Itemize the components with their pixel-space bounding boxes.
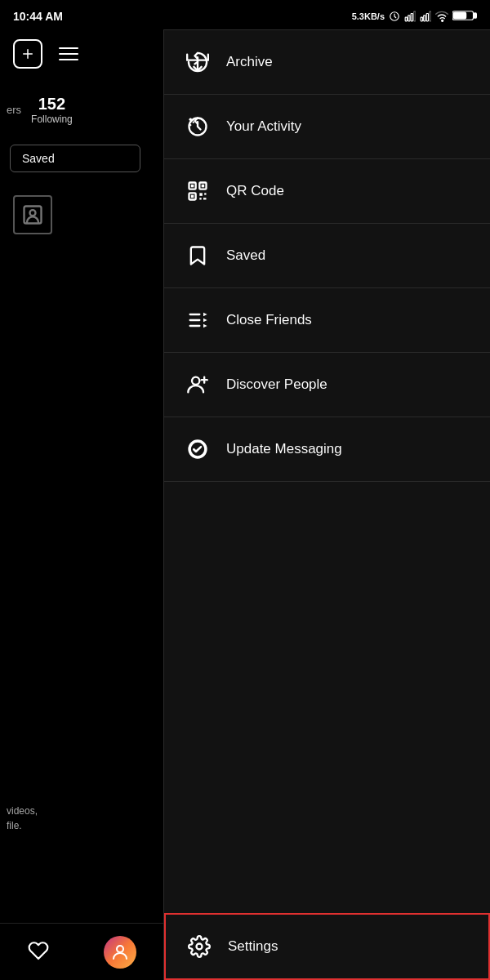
svg-point-17 (117, 946, 123, 952)
status-bar: 10:44 AM 5.3KB/s (0, 0, 490, 29)
archive-label: Archive (226, 54, 273, 70)
settings-label: Settings (228, 938, 278, 955)
grid-area (0, 179, 163, 251)
profile-avatar[interactable] (104, 936, 136, 969)
svg-rect-12 (454, 12, 466, 19)
qr-svg (186, 180, 209, 203)
your-activity-icon (184, 113, 212, 140)
svg-rect-28 (191, 195, 194, 198)
svg-rect-4 (414, 11, 416, 21)
left-header (0, 29, 163, 78)
close-friends-label: Close Friends (226, 312, 312, 328)
menu-item-close-friends[interactable]: Close Friends (164, 288, 490, 352)
discover-svg (186, 373, 209, 396)
svg-rect-29 (199, 193, 203, 196)
your-activity-label: Your Activity (226, 118, 301, 135)
following-label: Following (31, 114, 73, 125)
network-speed: 5.3KB/s (352, 11, 385, 21)
saved-label: Saved (22, 152, 55, 165)
left-panel: ers 152 Following Saved videos, file. (0, 29, 163, 980)
svg-rect-30 (204, 193, 206, 194)
new-post-button[interactable] (13, 39, 42, 69)
following-section[interactable]: 152 Following (31, 95, 73, 125)
svg-rect-3 (411, 14, 412, 21)
status-time: 10:44 AM (13, 10, 63, 23)
svg-rect-2 (408, 16, 410, 21)
discover-people-icon (184, 371, 212, 399)
media-placeholder (13, 195, 52, 234)
menu-button[interactable] (59, 47, 78, 60)
followers-label: ers (7, 104, 21, 116)
divider-7 (164, 481, 490, 482)
wifi-icon (435, 11, 448, 22)
svg-point-44 (197, 944, 203, 950)
following-count: 152 (31, 95, 73, 114)
svg-rect-5 (421, 17, 422, 21)
heart-icon (28, 940, 49, 961)
qr-code-icon (184, 177, 212, 205)
left-bottom-text: videos, file. (7, 804, 38, 833)
saved-icon (184, 242, 212, 270)
messenger-svg (186, 438, 209, 461)
settings-button[interactable]: Settings (164, 913, 490, 980)
menu-item-your-activity[interactable]: Your Activity (164, 95, 490, 158)
svg-marker-37 (203, 318, 207, 323)
svg-rect-24 (191, 185, 194, 188)
activity-svg (186, 115, 209, 138)
bottom-text-2: file. (7, 820, 22, 831)
avatar-icon (110, 942, 130, 962)
signal-icon-1 (404, 11, 416, 22)
svg-rect-7 (426, 14, 428, 21)
followers-section: ers (7, 104, 24, 116)
right-menu-panel: Archive Your Activity (163, 29, 490, 980)
status-right: 5.3KB/s (352, 10, 477, 23)
svg-point-22 (189, 124, 191, 126)
discover-people-label: Discover People (226, 376, 327, 393)
archive-icon (184, 48, 212, 76)
svg-rect-32 (203, 198, 207, 199)
archive-svg (186, 51, 209, 74)
bottom-nav (0, 923, 163, 980)
menu-item-qr-code[interactable]: QR Code (164, 159, 490, 223)
close-friends-svg (186, 309, 209, 332)
svg-rect-26 (202, 185, 205, 188)
svg-rect-1 (405, 17, 407, 21)
heart-icon-button[interactable] (28, 940, 49, 964)
svg-point-16 (30, 210, 36, 216)
profile-stats: ers 152 Following (0, 78, 163, 138)
signal-icon-2 (420, 11, 431, 22)
plus-icon (20, 47, 35, 61)
alarm-icon (389, 11, 400, 22)
bookmark-svg (186, 244, 209, 267)
menu-item-update-messaging[interactable]: Update Messaging (164, 417, 490, 481)
close-friends-icon (184, 306, 212, 334)
svg-rect-8 (430, 11, 431, 21)
battery-level (452, 10, 477, 23)
update-messaging-icon (184, 435, 212, 463)
svg-point-39 (192, 377, 199, 385)
svg-rect-6 (424, 16, 425, 21)
battery-icon (452, 10, 477, 21)
svg-marker-36 (203, 313, 207, 317)
menu-item-saved[interactable]: Saved (164, 224, 490, 287)
svg-point-21 (193, 122, 194, 123)
saved-button[interactable]: Saved (10, 145, 140, 172)
svg-point-20 (189, 118, 193, 122)
bottom-text-1: videos, (7, 805, 38, 817)
svg-point-9 (442, 20, 443, 21)
svg-rect-11 (474, 13, 476, 18)
svg-marker-38 (203, 324, 207, 328)
update-messaging-label: Update Messaging (226, 441, 342, 457)
person-icon (21, 203, 44, 226)
qr-code-label: QR Code (226, 183, 284, 199)
menu-item-archive[interactable]: Archive (164, 30, 490, 94)
settings-icon (185, 933, 213, 960)
menu-item-discover-people[interactable]: Discover People (164, 353, 490, 416)
saved-menu-label: Saved (226, 247, 265, 264)
svg-rect-31 (199, 198, 201, 199)
gear-svg (188, 935, 211, 958)
